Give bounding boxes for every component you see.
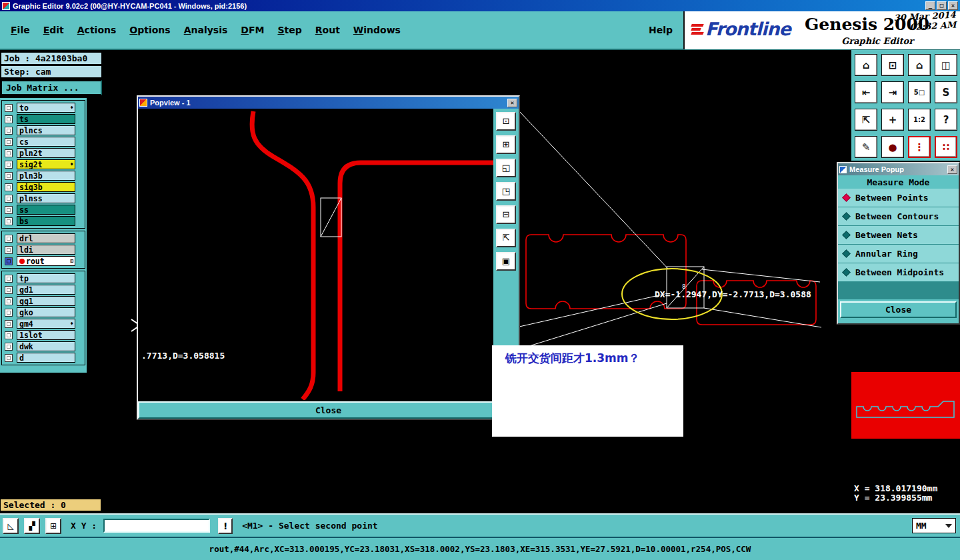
layer-name-plncs[interactable]: plncs [17,125,75,135]
traffic-light-icon[interactable]: ⋮ [908,136,931,158]
layer-name-dwk[interactable]: dwk [17,341,75,351]
popview-canvas[interactable]: .7713,D=3.058815 [138,109,493,401]
layer-name-ss[interactable]: ss [17,205,75,215]
tile-windows-icon[interactable]: ◫ [935,54,957,76]
layer-checkbox-gm4[interactable] [5,320,13,328]
menu-file[interactable]: File [11,25,30,35]
layer-name-pln3b[interactable]: pln3b [17,171,75,181]
layer-name-ts[interactable]: ts [17,114,75,124]
pan-left-icon[interactable]: ⇤ [855,81,877,103]
hatch-tool-icon[interactable]: ▞ [24,518,40,534]
layer-name-gd1[interactable]: gd1 [17,285,75,295]
layer-checkbox-dwk[interactable] [5,343,13,351]
popview-titlebar[interactable]: Popview - 1 ✕ [138,97,519,109]
popview-fit-icon[interactable]: ⇱ [496,229,516,247]
menu-dfm[interactable]: DFM [241,25,264,35]
layer-checkbox-drl[interactable] [5,235,13,243]
measure-option-annular-ring[interactable]: Annular Ring [838,245,959,263]
layer-checkbox-plncs[interactable] [5,127,13,135]
popview-screen-icon[interactable]: ⊡ [496,112,516,131]
layer-checkbox-gd1[interactable] [5,286,13,294]
layer-name-ldi[interactable]: ldi [17,245,75,255]
measure-option-between-nets[interactable]: Between Nets [838,226,959,245]
layer-name-gm4[interactable]: gm4♦ [17,319,75,329]
menu-options[interactable]: Options [129,25,170,35]
layer-name-gg1[interactable]: gg1 [17,296,75,306]
layer-name-pln2t[interactable]: pln2t [17,148,75,158]
layer-name-tp[interactable]: tp [17,273,75,283]
layer-name-gko[interactable]: gko [17,307,75,317]
popview-corner-tr-icon[interactable]: ◳ [496,182,516,201]
popview-collapse-icon[interactable]: ⊟ [496,205,516,224]
window-titlebar[interactable]: Graphic Editor 9.02c2 (00@HY-HYCAM-PC041… [0,0,960,11]
layer-checkbox-to[interactable] [5,104,13,112]
layer-checkbox-rout[interactable] [5,257,13,265]
menu-windows[interactable]: Windows [353,25,401,35]
popview-close-icon[interactable]: ✕ [507,99,517,107]
layer-checkbox-plnss[interactable] [5,195,13,203]
measure-option-between-points[interactable]: Between Points [838,189,959,207]
zoom-ratio-icon[interactable]: 1:2 [908,109,931,131]
home-alt-icon[interactable]: ⌂ [908,54,931,76]
zoom-corner-icon[interactable]: ⇱ [855,109,877,131]
screen-view-icon[interactable]: ⊡ [881,54,904,76]
traffic-lights-icon[interactable]: ∷ [935,136,957,158]
layer-checkbox-pln3b[interactable] [5,172,13,180]
pan-right-icon[interactable]: ⇥ [881,81,904,103]
layer-checkbox-1slot[interactable] [5,331,13,339]
layer-name-1slot[interactable]: 1slot [17,330,75,340]
popview-close-button[interactable]: Close [138,401,519,419]
measure-popup-close-icon[interactable]: ✕ [947,165,957,174]
close-icon[interactable]: ✕ [948,1,958,10]
ball-icon[interactable]: ● [881,136,904,158]
layer-checkbox-ss[interactable] [5,206,13,214]
layer-name-drl[interactable]: drl [17,233,75,243]
layer-checkbox-ldi[interactable] [5,246,13,254]
job-matrix-button[interactable]: Job Matrix ... [1,80,102,95]
menu-edit[interactable]: Edit [43,25,64,35]
measure-option-between-midpoints[interactable]: Between Midpoints [838,263,959,282]
layer-checkbox-pln2t[interactable] [5,149,13,157]
measure-popup-titlebar[interactable]: Measure Popup ✕ [838,163,959,175]
grid-tool-icon[interactable]: ⊞ [45,518,61,534]
popview-center-icon[interactable]: ▣ [496,252,516,271]
layer-name-to[interactable]: to♦ [17,103,75,113]
alert-button[interactable]: ! [218,518,233,534]
layer-name-bs[interactable]: bs [17,216,75,226]
five-window-icon[interactable]: 5□ [908,81,931,103]
layer-name-sig2t[interactable]: sig2t♦ [17,159,75,169]
minimize-icon[interactable]: _ [925,1,935,10]
layer-checkbox-sig3b[interactable] [5,183,13,191]
popview-grid-icon[interactable]: ⊞ [496,135,516,154]
measure-option-between-contours[interactable]: Between Contours [838,207,959,226]
home-view-icon[interactable]: ⌂ [855,54,877,76]
menu-actions[interactable]: Actions [77,25,117,35]
select-tool-icon[interactable]: ◺ [3,518,19,534]
menu-step[interactable]: Step [277,25,301,35]
edit-icon[interactable]: ✎ [855,136,877,158]
crosshair-icon[interactable]: + [881,109,904,131]
menu-help[interactable]: Help [649,25,673,35]
layer-checkbox-d[interactable] [5,354,13,362]
layer-checkbox-bs[interactable] [5,217,13,225]
xy-input[interactable] [103,519,210,533]
measure-popup-close-button[interactable]: Close [840,301,957,318]
layer-checkbox-sig2t[interactable] [5,161,13,169]
s-view-icon[interactable]: S [935,81,957,103]
layer-checkbox-tp[interactable] [5,275,13,283]
units-dropdown[interactable]: MM [912,518,956,533]
maximize-icon[interactable]: □ [937,1,947,10]
layer-checkbox-gg1[interactable] [5,297,13,305]
layer-name-sig3b[interactable]: sig3b [17,182,75,192]
menu-analysis[interactable]: Analysis [184,25,228,35]
layer-name-cs[interactable]: cs [17,137,75,147]
layer-name-rout[interactable]: rout⊞ [17,256,75,266]
layer-name-d[interactable]: d [17,353,75,363]
menu-rout[interactable]: Rout [315,25,340,35]
overview-thumbnail[interactable] [851,372,960,439]
layer-checkbox-gko[interactable] [5,309,13,317]
layer-checkbox-ts[interactable] [5,115,13,123]
layer-checkbox-cs[interactable] [5,138,13,146]
popview-corner-bl-icon[interactable]: ◱ [496,159,516,177]
help-icon[interactable]: ? [935,109,957,131]
